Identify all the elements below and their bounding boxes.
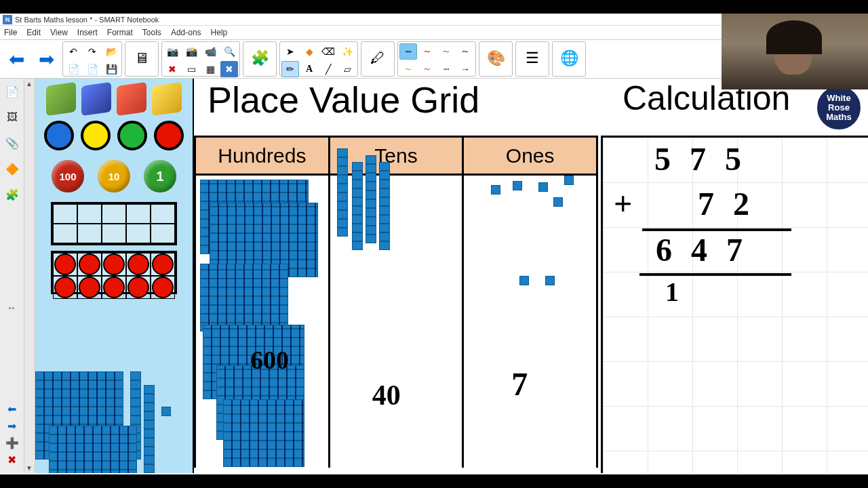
menu-file[interactable]: File [4,28,17,37]
pointer-tool[interactable]: ➤ [281,43,299,60]
hundred-block[interactable] [223,399,304,467]
ten-block[interactable] [144,385,155,473]
menu-addons[interactable]: Add-ons [171,28,201,37]
worksheet: Place Value Grid Calculation White Rose … [193,79,868,473]
prev-arrow-icon[interactable]: ⬅ [7,403,16,415]
one-block[interactable] [545,276,555,285]
tens-handwritten: 40 [372,379,401,411]
prev-page-button[interactable]: ⬅ [3,43,30,75]
menu-format[interactable]: Format [107,28,133,37]
new-page-button[interactable]: 📄 [64,61,82,77]
save-button[interactable]: 💾 [102,61,120,77]
filled-tenframe[interactable] [51,251,177,294]
menu-insert[interactable]: Insert [77,28,98,37]
stroke-navy[interactable]: ～ [456,43,474,60]
stroke-blue[interactable]: ━ [399,43,417,60]
expand-icon[interactable]: ↔ [7,302,16,313]
ten-block[interactable] [379,162,390,250]
hundreds-header: Hundreds [196,138,328,176]
toolbar-group-props: ☰ [515,41,549,77]
toolbar-group-pen: 🖊 [361,41,395,77]
next-page-button[interactable]: ➡ [33,43,60,75]
yellow-cube[interactable] [152,84,182,114]
ten-block[interactable] [366,155,376,243]
next-arrow-icon[interactable]: ➡ [7,420,16,432]
one-block[interactable] [553,197,563,207]
gallery-icon[interactable]: 🖼 [5,110,20,125]
hundreds-body[interactable]: 600 [196,176,328,468]
eraser-tool[interactable]: ⌫ [319,43,337,60]
webcam-overlay [722,14,868,89]
magic-tool[interactable]: ✨ [338,43,356,60]
yellow-circle[interactable] [81,121,111,150]
add-page-icon[interactable]: ➕ [5,436,19,449]
ten-block[interactable] [337,148,348,237]
scroll-up-icon[interactable]: ▲ [26,80,33,87]
ones-body[interactable]: 7 [464,176,596,468]
properties-button[interactable]: ☰ [517,43,547,73]
undo-button[interactable]: ↶ [64,43,82,60]
calc-row1: 575 [654,140,760,178]
calculation-area[interactable]: 575 + 72 647 1 [601,136,868,473]
puzzle-button[interactable]: 🧩 [245,43,275,73]
web-button[interactable]: 🌐 [554,43,584,73]
green-circle[interactable] [117,121,147,150]
file-button[interactable]: 📄 [83,61,101,77]
circle-row [39,121,189,150]
color-picker-button[interactable]: 🎨 [481,43,511,73]
navy-cube[interactable] [81,84,111,114]
ten-chip[interactable]: 10 [98,160,130,192]
toolbar-group-web: 🌐 [552,41,586,77]
cube-row [39,84,189,114]
toolbar-group-tools: ➤ ◆ ⌫ ✨ ✏ A ╱ ▱ [279,41,358,77]
one-block[interactable] [564,176,574,185]
calc-line2 [639,273,791,276]
hundred-block[interactable] [200,264,288,331]
page-sorter-icon[interactable]: 📄 [5,84,20,99]
delete-page-icon[interactable]: ✖ [7,453,16,466]
hundred-block[interactable] [49,426,137,473]
search-button[interactable]: 🔍 [220,43,238,60]
menu-tools[interactable]: Tools [142,28,161,37]
blue-circle[interactable] [44,121,74,150]
ones-header: Ones [464,138,596,176]
one-block[interactable] [513,181,522,190]
red-circle[interactable] [154,121,184,150]
attachment-icon[interactable]: 📎 [5,136,20,150]
one-block[interactable] [538,182,548,192]
pen-style-button[interactable]: 🖊 [363,43,393,73]
addon-icon[interactable]: 🧩 [5,187,20,202]
window-title: St Barts Maths lesson * - SMART Notebook [15,16,159,24]
properties-icon[interactable]: 🔶 [5,161,20,176]
camera-button[interactable]: 📷 [163,43,181,60]
stroke-red[interactable]: ～ [418,43,436,60]
canvas[interactable]: 100 10 1 P [35,79,868,473]
green-cube[interactable] [46,84,76,114]
one-chip[interactable]: 1 [144,160,176,192]
ten-block[interactable] [352,162,363,250]
workspace: 📄 🖼 📎 🔶 🧩 ↔ ⬅ ➡ ➕ ✖ ▲ ▼ [0,79,868,473]
screen-button[interactable]: 🖥 [127,43,157,73]
empty-tenframe[interactable] [51,202,177,245]
hundred-chip[interactable]: 100 [52,160,84,192]
menu-view[interactable]: View [50,28,68,37]
tens-body[interactable]: 40 [330,176,462,468]
calc-operator: + [614,185,651,222]
slideshow-button[interactable]: ▭ [182,61,200,77]
doc-camera-button[interactable]: 📹 [201,43,219,60]
one-block[interactable] [519,276,529,285]
menu-help[interactable]: Help [211,28,228,37]
delete-button[interactable]: ✖ [163,61,181,77]
red-cube[interactable] [117,84,146,114]
shape-tool[interactable]: ◆ [300,43,318,60]
snapshot-button[interactable]: 📸 [182,43,200,60]
menu-edit[interactable]: Edit [26,28,41,37]
scroll-down-icon[interactable]: ▼ [26,464,33,472]
stroke-green[interactable]: ～ [437,43,455,60]
redo-button[interactable]: ↷ [83,43,101,60]
one-block[interactable] [161,407,171,416]
open-button[interactable]: 📂 [102,43,120,60]
panel-scrollbar[interactable]: ▲ ▼ [24,79,35,473]
one-block[interactable] [491,185,500,195]
calc-carry: 1 [665,276,698,308]
